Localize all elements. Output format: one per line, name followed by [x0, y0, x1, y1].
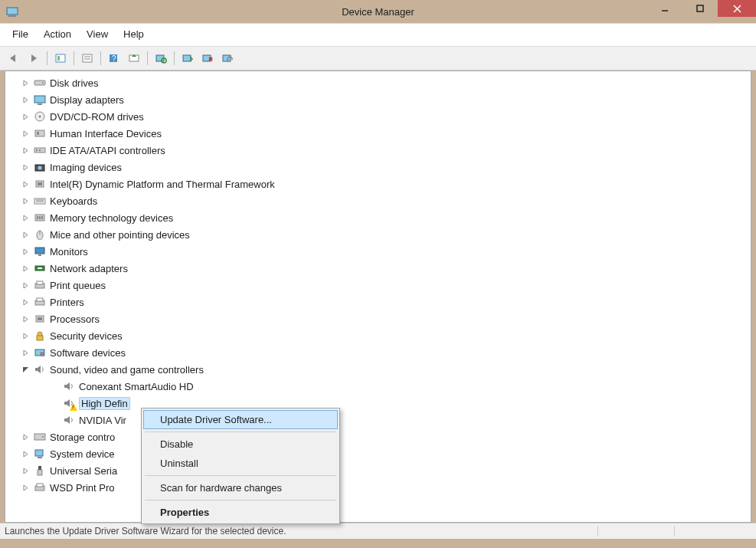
tree-node-label: Intel(R) Dynamic Platform and Thermal Fr…	[50, 179, 275, 190]
disable-device-button[interactable]	[198, 49, 217, 67]
tree-node-storage[interactable]: Storage contro	[5, 428, 751, 445]
menu-file[interactable]: File	[5, 25, 36, 43]
spacer	[50, 415, 59, 425]
svg-rect-0	[7, 8, 18, 15]
tree-node-label: Disk drives	[50, 77, 99, 89]
svg-rect-48	[38, 267, 42, 269]
tree-node-dvd[interactable]: DVD/CD-ROM drives	[5, 108, 751, 125]
tree-node-label: Sound, video and game controllers	[50, 364, 204, 376]
tree-node-display[interactable]: Display adapters	[5, 91, 751, 108]
menu-help[interactable]: Help	[116, 25, 152, 43]
hid-icon	[33, 127, 47, 139]
tree-child-node[interactable]: High Defin	[5, 395, 751, 412]
expand-icon[interactable]	[21, 264, 30, 273]
tree-node-printqueue[interactable]: Print queues	[5, 277, 751, 294]
menu-action[interactable]: Action	[36, 25, 79, 43]
close-button[interactable]	[718, 0, 756, 17]
expand-icon[interactable]	[21, 297, 30, 307]
svg-rect-45	[35, 248, 44, 254]
menubar: File Action View Help	[0, 23, 756, 46]
back-button[interactable]	[5, 49, 23, 67]
tree-node-keyboard[interactable]: Keyboards	[5, 192, 751, 209]
svg-point-30	[36, 149, 38, 151]
toolbar-separator	[100, 51, 101, 65]
tree-node-memory[interactable]: Memory technology devices	[5, 209, 751, 226]
tree-node-monitor[interactable]: Monitors	[5, 243, 751, 260]
expand-icon[interactable]	[21, 78, 30, 87]
uninstall-device-button[interactable]	[218, 49, 237, 67]
collapse-icon[interactable]	[21, 365, 30, 374]
tree-node-label: Security devices	[50, 330, 123, 342]
tree-child-node[interactable]: Conexant SmartAudio HD	[5, 378, 751, 395]
expand-icon[interactable]	[21, 146, 30, 155]
tree-node-label: Printers	[50, 297, 84, 308]
svg-rect-52	[37, 298, 43, 301]
scan-hardware-button[interactable]	[152, 49, 170, 67]
expand-icon[interactable]	[21, 281, 30, 290]
ctx-disable[interactable]: Disable	[143, 435, 338, 454]
enable-device-button[interactable]	[178, 49, 197, 67]
svg-rect-54	[38, 317, 42, 320]
expand-icon[interactable]	[21, 230, 30, 239]
menu-view[interactable]: View	[79, 25, 116, 43]
ctx-scan-hardware[interactable]: Scan for hardware changes	[143, 478, 338, 497]
expand-icon[interactable]	[21, 483, 30, 492]
svg-rect-28	[37, 132, 39, 135]
tree-node-disk[interactable]: Disk drives	[5, 74, 751, 91]
properties-button[interactable]	[78, 49, 97, 67]
ctx-properties[interactable]: Properties	[143, 503, 338, 522]
tree-node-label: Mice and other pointing devices	[50, 229, 190, 241]
expand-icon[interactable]	[21, 247, 30, 256]
help-button[interactable]: ?	[105, 49, 123, 67]
expand-icon[interactable]	[21, 449, 30, 458]
expand-icon[interactable]	[21, 213, 30, 222]
tree-node-label: Keyboards	[50, 195, 97, 207]
tree-node-printer[interactable]: Printers	[5, 294, 751, 310]
expand-icon[interactable]	[21, 331, 30, 340]
expand-icon[interactable]	[21, 196, 30, 205]
tree-node-ide[interactable]: IDE ATA/ATAPI controllers	[5, 142, 751, 159]
minimize-button[interactable]	[647, 0, 682, 17]
tree-node-software[interactable]: Software devices	[5, 344, 751, 361]
tree-node-processor[interactable]: Processors	[5, 310, 751, 327]
tree-child-node[interactable]: NVIDIA Vir	[5, 412, 751, 428]
tree-node-cpu[interactable]: Intel(R) Dynamic Platform and Thermal Fr…	[5, 176, 751, 192]
svg-rect-61	[35, 450, 43, 456]
expand-icon[interactable]	[21, 432, 30, 441]
svg-rect-50	[37, 281, 43, 284]
tree-node-label: NVIDIA Vir	[79, 415, 126, 426]
expand-icon[interactable]	[21, 95, 30, 104]
tree-node-hid[interactable]: Human Interface Devices	[5, 125, 751, 142]
tree-node-security[interactable]: Security devices	[5, 327, 751, 344]
tree-node-system[interactable]: System device	[5, 445, 751, 462]
tree-node-mouse[interactable]: Mice and other pointing devices	[5, 226, 751, 243]
mouse-icon	[33, 228, 47, 241]
ctx-uninstall[interactable]: Uninstall	[143, 454, 338, 473]
tree-node-label: System device	[50, 448, 115, 460]
expand-icon[interactable]	[21, 314, 30, 323]
expand-icon[interactable]	[21, 179, 30, 189]
expand-icon[interactable]	[21, 162, 30, 172]
tree-node-wsd[interactable]: WSD Print Pro	[5, 479, 751, 496]
expand-icon[interactable]	[21, 466, 30, 475]
tree-node-label: Universal Seria	[50, 465, 117, 477]
tree-node-label: Software devices	[50, 347, 126, 359]
tree-node-sound[interactable]: Sound, video and game controllers	[5, 361, 751, 378]
maximize-button[interactable]	[682, 0, 718, 17]
expand-icon[interactable]	[21, 112, 30, 121]
expand-icon[interactable]	[21, 348, 30, 357]
update-driver-button[interactable]	[125, 49, 143, 67]
spacer	[50, 382, 59, 391]
expand-icon[interactable]	[21, 129, 30, 138]
svg-rect-62	[38, 457, 42, 458]
toolbar: ?	[0, 46, 756, 71]
tree-node-imaging[interactable]: Imaging devices	[5, 159, 751, 176]
forward-button[interactable]	[25, 49, 43, 67]
tree-node-network[interactable]: Network adapters	[5, 260, 751, 277]
tree-node-label: Storage contro	[50, 432, 115, 443]
svg-point-58	[40, 352, 44, 356]
show-hidden-button[interactable]	[51, 49, 70, 67]
tree-node-usb[interactable]: Universal Seria	[5, 462, 751, 479]
ctx-update-driver[interactable]: Update Driver Software...	[143, 410, 338, 429]
device-tree[interactable]: Disk drivesDisplay adaptersDVD/CD-ROM dr…	[5, 71, 751, 523]
